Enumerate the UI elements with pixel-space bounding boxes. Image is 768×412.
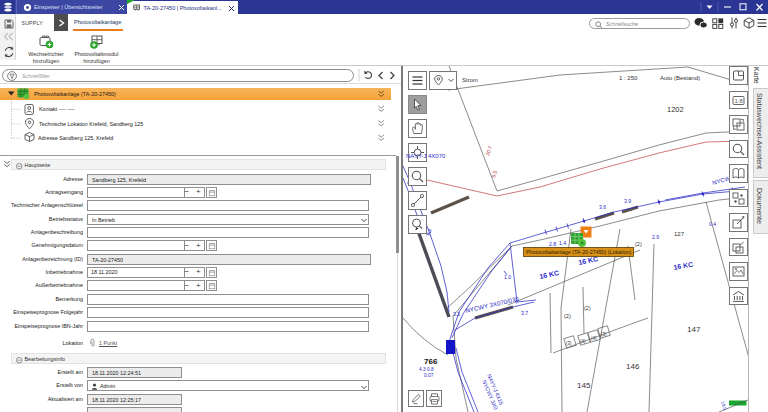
svg-text:3.6: 3.6 [599, 204, 606, 210]
svg-text:3.2: 3.2 [453, 311, 460, 317]
svg-text:147: 147 [687, 325, 701, 334]
svg-text:(2): (2) [635, 241, 642, 247]
svg-text:(2): (2) [564, 313, 571, 319]
svg-text:1 : 250: 1 : 250 [619, 75, 638, 81]
svg-text:(2): (2) [584, 305, 591, 311]
svg-text:Photovoltaikanlage (TA-20-2745: Photovoltaikanlage (TA-20-27450) (Lokati… [526, 249, 632, 255]
svg-text:(3): (3) [566, 341, 572, 346]
svg-text:146: 146 [626, 362, 640, 371]
svg-text:1:8: 1:8 [735, 98, 744, 104]
svg-text:Auto (Bestand): Auto (Bestand) [660, 75, 700, 81]
svg-text:766: 766 [424, 357, 438, 366]
svg-text:145: 145 [577, 381, 591, 390]
svg-text:20.7: 20.7 [484, 145, 493, 157]
svg-text:16 KC: 16 KC [673, 261, 694, 271]
svg-text:5.5: 5.5 [490, 169, 498, 178]
svg-text:1.4: 1.4 [559, 240, 566, 246]
svg-text:3.7: 3.7 [521, 310, 528, 316]
svg-text:4.3 0.8: 4.3 0.8 [419, 367, 434, 372]
svg-text:127: 127 [674, 231, 685, 237]
svg-text:0.07: 0.07 [424, 373, 434, 378]
svg-text:(3): (3) [601, 332, 607, 337]
svg-text:Strom: Strom [462, 77, 478, 83]
svg-text:3.9: 3.9 [624, 198, 631, 204]
svg-text:NYCWY 3X070/070: NYCWY 3X070/070 [465, 295, 520, 314]
svg-text:(4): (4) [591, 336, 597, 341]
svg-text:18.0: 18.0 [720, 401, 728, 411]
svg-text:2.8: 2.8 [549, 241, 556, 247]
svg-text:0.4: 0.4 [709, 221, 716, 227]
svg-text:2.9: 2.9 [652, 234, 659, 240]
svg-text:16 KC: 16 KC [539, 269, 560, 280]
svg-text:1.0: 1.0 [504, 274, 511, 280]
svg-text:(4): (4) [580, 339, 586, 344]
svg-text:1202: 1202 [667, 105, 684, 114]
